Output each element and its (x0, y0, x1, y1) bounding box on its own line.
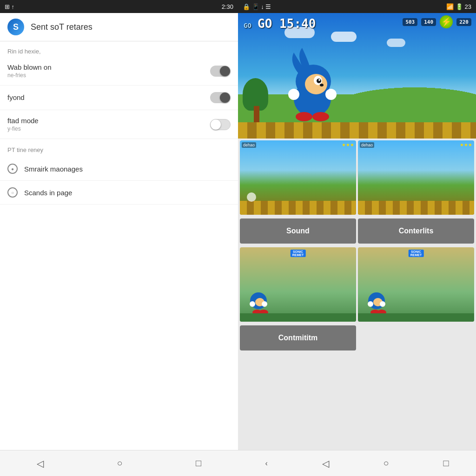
thumbnail-3: SONICREMET (240, 247, 356, 322)
hud-lives: 220 (456, 18, 471, 26)
svg-point-7 (296, 112, 312, 121)
bottom-action-row: Contmititm (238, 324, 476, 352)
app-title: Sent soT retares (31, 22, 93, 32)
nav-item-2[interactable]: ○ Scands in page (0, 181, 238, 205)
svg-point-9 (288, 89, 299, 100)
svg-point-16 (262, 301, 267, 307)
nav-bar-left: ◁ ○ □ (0, 450, 238, 476)
right-panel: 🔒 📱 ↓ ☰ 📶 🔋 23 GO GO 15:40 503 140 ⚡ 220 (238, 0, 476, 476)
nav-label-1: Smrairk maonages (24, 165, 83, 173)
svg-point-22 (380, 301, 385, 307)
home-button-left[interactable]: ○ (107, 453, 132, 473)
sonic-logo-1: SONICREMET (291, 250, 306, 257)
back-button-right[interactable]: ◁ (313, 453, 338, 474)
settings-item-1-title: Wab blown on (7, 63, 52, 71)
game-timer: GO GO 15:40 (244, 17, 316, 31)
hud-lightning: ⚡ (440, 15, 453, 28)
settings-item-2: fyond (0, 86, 238, 110)
settings-item-1-subtitle: ne-fries (7, 72, 52, 79)
toggle-3[interactable] (210, 119, 231, 130)
settings-item-3: ftad mode y-fies (0, 110, 238, 139)
cloud-1 (331, 32, 357, 42)
svg-point-15 (250, 301, 255, 307)
sonic-logo-2: SONICREMET (409, 250, 424, 257)
app-header: S Sent soT retares (0, 13, 238, 41)
nav-icon-1: ● (7, 164, 18, 174)
sonic-character (284, 48, 340, 122)
hud-rings: 140 (421, 18, 436, 26)
home-button-right[interactable]: ○ (374, 453, 398, 473)
back-button-left[interactable]: ◁ (27, 453, 53, 474)
thumbnail-4: SONICREMET (358, 247, 474, 322)
settings-item-1: Wab blown on ne-fries (0, 57, 238, 86)
left-panel: ⊞ ↑ 2:30 S Sent soT retares Rin id hexie… (0, 0, 238, 476)
nav-bar-right: ‹ ◁ ○ □ (238, 450, 476, 476)
action-buttons-row-1: Sound Conterlits (238, 217, 476, 245)
toggle-2[interactable] (210, 92, 231, 103)
section-label-2: PT tine reney (0, 139, 238, 157)
recent-button-left[interactable]: □ (186, 453, 211, 473)
cloud-2 (387, 39, 405, 47)
sound-button[interactable]: Sound (240, 218, 356, 244)
svg-point-8 (312, 112, 329, 121)
toggle-knob-2 (220, 93, 230, 103)
svg-point-10 (325, 89, 337, 100)
settings-item-1-text: Wab blown on ne-fries (7, 63, 52, 79)
sonic-small-2 (365, 289, 388, 317)
sonic-small-1 (247, 289, 270, 317)
thumb-stars-2: ★★★ (460, 142, 472, 147)
nav-item-1[interactable]: ● Smrairk maonages (0, 157, 238, 181)
thumb-stars-1: ★★★ (342, 142, 354, 147)
settings-item-3-subtitle: y-fies (7, 126, 39, 132)
status-icons-right-2: 📶 🔋 23 (446, 3, 471, 10)
status-icons-right: 🔒 📱 ↓ ☰ (243, 3, 271, 10)
continue-button[interactable]: Contmititm (240, 325, 356, 350)
thumbnail-1: dehao ★★★ (240, 140, 356, 215)
tree-trunk (254, 106, 259, 125)
settings-item-2-text: fyond (7, 93, 25, 102)
status-bar-right: 🔒 📱 ↓ ☰ 📶 🔋 23 (238, 0, 476, 13)
thumbnail-row-2: SONICREMET SONICREMET (238, 245, 476, 324)
svg-point-21 (368, 301, 373, 307)
thumb-label-2: dehao (360, 142, 374, 148)
nav-icon-2: ○ (7, 187, 18, 198)
app-icon: S (7, 19, 24, 35)
toggle-knob-1 (220, 66, 230, 76)
toggle-knob-3 (211, 119, 221, 130)
settings-item-3-text: ftad mode y-fies (7, 117, 39, 132)
hud-score: 503 (403, 18, 417, 26)
status-bar-left: ⊞ ↑ 2:30 (0, 0, 238, 13)
game-hero: GO GO 15:40 503 140 ⚡ 220 (238, 13, 476, 139)
back-button-right-small[interactable]: ‹ (256, 455, 277, 472)
settings-item-2-title: fyond (7, 93, 25, 101)
thumbnail-row-1: dehao ★★★ dehao ★★★ (238, 139, 476, 217)
settings-item-3-title: ftad mode (7, 117, 39, 125)
svg-point-6 (320, 84, 324, 86)
recent-button-right[interactable]: □ (434, 453, 458, 473)
status-icons-left: ⊞ ↑ (5, 3, 14, 10)
section-label-1: Rin id hexie, (0, 41, 238, 57)
toggle-1[interactable] (210, 66, 231, 77)
thumbnail-2: dehao ★★★ (358, 140, 474, 215)
game-hud: 503 140 ⚡ 220 (403, 15, 471, 28)
game-hero-bg (238, 13, 476, 139)
tree (243, 78, 271, 125)
status-time-left: 2:30 (222, 3, 233, 10)
platform-ground (238, 122, 476, 139)
svg-point-5 (318, 79, 320, 81)
thumb-label-1: dehao (242, 142, 256, 148)
nav-label-2: Scands in page (24, 189, 72, 197)
controls-button[interactable]: Conterlits (358, 218, 474, 244)
